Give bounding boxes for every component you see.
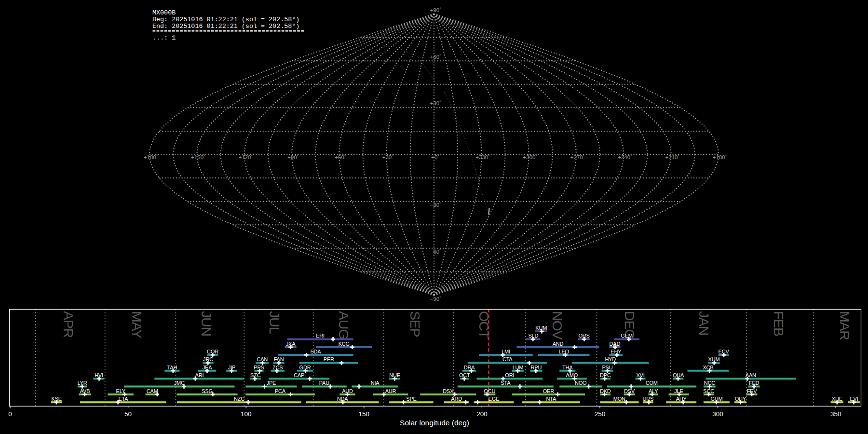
svg-text:APR: APR [61, 311, 76, 338]
svg-text:+300°: +300° [523, 154, 537, 160]
svg-text:ORI: ORI [505, 372, 514, 378]
svg-text:ORS: ORS [578, 333, 589, 339]
svg-text:GEM: GEM [621, 333, 632, 339]
svg-text:JLE: JLE [674, 388, 683, 394]
svg-text:JMC: JMC [174, 380, 185, 386]
svg-text:AHY: AHY [676, 396, 687, 402]
svg-text:0: 0 [8, 410, 12, 418]
svg-text:150: 150 [359, 410, 370, 418]
svg-text:DSV: DSV [624, 388, 635, 394]
svg-text:FAN: FAN [274, 356, 284, 362]
svg-text:+270°: +270° [570, 154, 584, 160]
svg-text:XCB: XCB [703, 365, 713, 370]
svg-text:SPE: SPE [406, 396, 416, 402]
svg-text:SDA: SDA [310, 349, 321, 354]
svg-text:+330°: +330° [475, 154, 489, 160]
svg-text:50: 50 [124, 410, 132, 418]
svg-text:FEB: FEB [771, 311, 787, 336]
svg-text:GUM: GUM [710, 396, 722, 402]
svg-text:350: 350 [830, 410, 841, 418]
svg-text:+30°: +30° [382, 154, 393, 160]
svg-text:AND: AND [553, 341, 564, 347]
svg-text:HYD: HYD [605, 356, 616, 362]
svg-text:SEP: SEP [407, 311, 423, 337]
svg-text:COR: COR [207, 349, 218, 354]
svg-text:STA: STA [501, 380, 511, 386]
svg-text:NZC: NZC [234, 396, 244, 402]
svg-text:EHY: EHY [610, 349, 622, 354]
svg-text:+180°: +180° [144, 154, 158, 160]
svg-text:KUM: KUM [535, 325, 547, 331]
svg-text:SZC: SZC [250, 372, 261, 378]
svg-text:NUE: NUE [389, 372, 400, 378]
svg-text:OER: OER [543, 388, 554, 394]
svg-text:DKD: DKD [600, 388, 611, 394]
svg-text:250: 250 [595, 410, 606, 418]
svg-text:Beg: 20251016 01:22:21 (sol =: Beg: 20251016 01:22:21 (sol = 202.58°) [152, 16, 299, 23]
svg-text:MAR: MAR [837, 311, 853, 340]
svg-text:Solar longitude (deg): Solar longitude (deg) [400, 419, 469, 427]
svg-text:FED: FED [749, 380, 760, 386]
svg-text:JUL: JUL [267, 311, 282, 334]
svg-text:NCC: NCC [704, 380, 715, 386]
svg-text:HVI: HVI [95, 372, 103, 378]
svg-text:ERI: ERI [316, 333, 325, 339]
svg-text:TAH: TAH [167, 365, 177, 370]
svg-text:ALY: ALY [649, 388, 658, 394]
svg-text:FEV: FEV [747, 388, 758, 394]
svg-text:100: 100 [241, 410, 252, 418]
svg-text:+60°: +60° [430, 54, 441, 60]
svg-text:+240°: +240° [618, 154, 632, 160]
svg-text:KCG: KCG [339, 341, 350, 347]
svg-text:PPS: PPS [254, 365, 264, 370]
svg-text:ZCS: ZCS [272, 365, 283, 370]
svg-text:LMI: LMI [502, 349, 510, 354]
svg-text:−30°: −30° [430, 202, 441, 208]
svg-text:SLD: SLD [528, 333, 538, 339]
svg-text:XUM: XUM [708, 356, 720, 362]
svg-text:CAN: CAN [257, 356, 268, 362]
svg-text:+60°: +60° [335, 154, 346, 160]
svg-text:200: 200 [476, 410, 488, 418]
svg-text:LUM: LUM [513, 365, 524, 370]
svg-text:+90°: +90° [430, 7, 441, 13]
svg-text:RPU: RPU [531, 365, 542, 370]
svg-text:ETA: ETA [118, 396, 128, 402]
svg-text:XHE: XHE [832, 396, 842, 402]
svg-text:ELY: ELY [116, 388, 126, 394]
svg-text:CAM: CAM [147, 388, 158, 394]
svg-text:COM: COM [646, 380, 658, 386]
svg-text:+30°: +30° [430, 100, 441, 106]
svg-text:...: 1: ...: 1 [152, 34, 176, 41]
svg-text:MX000B: MX000B [152, 9, 176, 16]
svg-text:NDA: NDA [337, 396, 348, 402]
svg-text:AMO: AMO [566, 372, 578, 378]
svg-text:NOO: NOO [575, 380, 587, 386]
svg-text:DRA: DRA [464, 365, 475, 370]
svg-text:+180°: +180° [713, 154, 727, 160]
svg-text:LEO: LEO [558, 349, 569, 354]
svg-text:LYR: LYR [77, 380, 87, 386]
svg-text:MAY: MAY [129, 311, 145, 339]
svg-text:OCT: OCT [459, 372, 470, 378]
svg-text:+210°: +210° [665, 154, 679, 160]
svg-text:+150°: +150° [191, 154, 205, 160]
svg-text:OCT: OCT [476, 311, 492, 339]
svg-text:JXA: JXA [286, 341, 296, 347]
svg-text:SSG: SSG [202, 388, 213, 394]
svg-text:XVI: XVI [636, 372, 644, 378]
svg-text:SCC: SCC [703, 388, 714, 394]
svg-text:JPE: JPE [267, 380, 276, 386]
svg-text:AUG: AUG [336, 311, 352, 339]
svg-text:DSX: DSX [443, 388, 454, 394]
svg-text:CTA: CTA [502, 356, 513, 362]
svg-text:OCU: OCU [484, 388, 495, 394]
svg-text:MON: MON [613, 396, 625, 402]
svg-text:THA: THA [562, 365, 573, 370]
svg-text:−90°: −90° [430, 296, 441, 302]
svg-text:+90°: +90° [287, 154, 298, 160]
svg-text:+120°: +120° [239, 154, 253, 160]
svg-text:DPC: DPC [600, 372, 611, 378]
svg-text:−60°: −60° [430, 248, 441, 255]
svg-text:PCA: PCA [275, 388, 286, 394]
